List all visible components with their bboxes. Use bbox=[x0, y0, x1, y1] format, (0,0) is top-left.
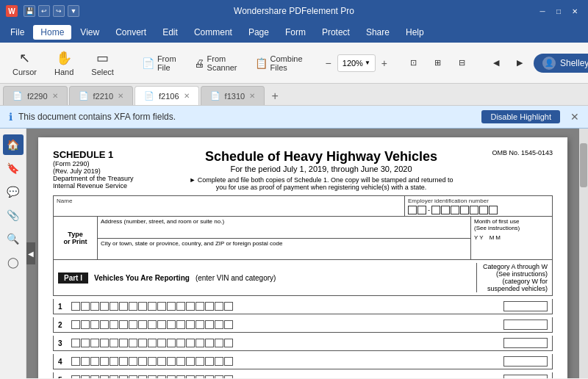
vin-box[interactable] bbox=[205, 320, 214, 329]
vin-box[interactable] bbox=[148, 339, 157, 347]
vin-box[interactable] bbox=[167, 339, 176, 347]
vin-box[interactable] bbox=[129, 339, 137, 347]
vin-box[interactable] bbox=[110, 375, 118, 378]
tab-f2106[interactable]: 📄 f2106 ✕ bbox=[135, 86, 199, 105]
add-tab-button[interactable]: + bbox=[266, 87, 284, 105]
vin-box[interactable] bbox=[129, 302, 137, 311]
vin-box[interactable] bbox=[215, 320, 223, 329]
ein-box[interactable] bbox=[417, 206, 426, 214]
combine-files-button[interactable]: 📋 Combine Files bbox=[248, 54, 309, 73]
tab-close-f1310[interactable]: ✕ bbox=[249, 92, 255, 100]
vin-box[interactable] bbox=[119, 357, 128, 366]
vin-box[interactable] bbox=[167, 375, 176, 378]
vin-box[interactable] bbox=[81, 357, 90, 366]
maximize-button[interactable]: □ bbox=[551, 4, 566, 18]
vin-box[interactable] bbox=[110, 357, 118, 366]
vin-box[interactable] bbox=[90, 375, 99, 378]
redo-button[interactable]: ↪ bbox=[53, 5, 65, 17]
scroll-thumb[interactable] bbox=[580, 143, 587, 187]
vin-box[interactable] bbox=[186, 357, 195, 366]
user-button[interactable]: 👤 Shelley bbox=[534, 54, 588, 73]
vin-box[interactable] bbox=[176, 320, 185, 329]
disable-highlight-button[interactable]: Disable Highlight bbox=[481, 110, 560, 123]
menu-page[interactable]: Page bbox=[241, 25, 276, 40]
menu-home[interactable]: Home bbox=[33, 25, 71, 40]
vin-box[interactable] bbox=[205, 302, 214, 311]
vin-box[interactable] bbox=[129, 375, 137, 378]
vin-box[interactable] bbox=[157, 375, 166, 378]
vin-box[interactable] bbox=[167, 320, 176, 329]
cat-box-1[interactable] bbox=[503, 301, 548, 311]
vin-box[interactable] bbox=[129, 357, 137, 366]
vin-box[interactable] bbox=[215, 375, 223, 378]
menu-edit[interactable]: Edit bbox=[155, 25, 185, 40]
vin-box[interactable] bbox=[224, 339, 233, 347]
vin-box[interactable] bbox=[100, 339, 109, 347]
zoom-minus-button[interactable]: − bbox=[324, 57, 333, 69]
vin-box[interactable] bbox=[148, 320, 157, 329]
ein-box[interactable] bbox=[489, 206, 498, 214]
menu-convert[interactable]: Convert bbox=[108, 25, 154, 40]
vin-box[interactable] bbox=[148, 375, 157, 378]
vin-box[interactable] bbox=[100, 357, 109, 366]
notification-close-button[interactable]: ✕ bbox=[570, 111, 579, 123]
vin-box[interactable] bbox=[176, 375, 185, 378]
menu-file[interactable]: File bbox=[3, 25, 32, 40]
vin-box[interactable] bbox=[81, 302, 90, 311]
menu-share[interactable]: Share bbox=[359, 25, 397, 40]
vin-box[interactable] bbox=[205, 339, 214, 347]
vin-box[interactable] bbox=[186, 320, 195, 329]
vin-box[interactable] bbox=[196, 302, 204, 311]
vin-box[interactable] bbox=[157, 302, 166, 311]
tab-f1310[interactable]: 📄 f1310 ✕ bbox=[201, 86, 265, 105]
minimize-button[interactable]: ─ bbox=[535, 4, 550, 18]
vin-box[interactable] bbox=[138, 302, 147, 311]
cat-box-2[interactable] bbox=[503, 320, 548, 330]
ein-box[interactable] bbox=[451, 206, 459, 214]
vin-box[interactable] bbox=[215, 339, 223, 347]
fit-page-button[interactable]: ⊡ bbox=[404, 54, 423, 73]
ein-box[interactable] bbox=[431, 206, 440, 214]
vin-box[interactable] bbox=[157, 320, 166, 329]
fit-width-button[interactable]: ⊞ bbox=[428, 54, 448, 73]
fit-height-button[interactable]: ⊟ bbox=[452, 54, 472, 73]
next-page-button[interactable]: ▶ bbox=[510, 54, 529, 73]
document-scroll-area[interactable]: SCHEDULE 1 (Form 2290) (Rev. July 2019) … bbox=[26, 129, 579, 378]
vin-box[interactable] bbox=[215, 357, 223, 366]
ein-box[interactable] bbox=[441, 206, 450, 214]
ein-box[interactable] bbox=[460, 206, 469, 214]
menu-protect[interactable]: Protect bbox=[315, 25, 357, 40]
vin-box[interactable] bbox=[148, 357, 157, 366]
undo-button[interactable]: ↩ bbox=[38, 5, 50, 17]
vin-box[interactable] bbox=[167, 302, 176, 311]
cursor-tool-button[interactable]: ↖ Cursor bbox=[6, 46, 43, 80]
vin-box[interactable] bbox=[110, 320, 118, 329]
vin-box[interactable] bbox=[81, 320, 90, 329]
vin-box[interactable] bbox=[119, 320, 128, 329]
from-file-button[interactable]: 📄 From File bbox=[135, 54, 183, 73]
vin-box[interactable] bbox=[119, 302, 128, 311]
vin-box[interactable] bbox=[71, 357, 80, 366]
sidebar-bookmark-icon[interactable]: 🔖 bbox=[3, 158, 24, 178]
hand-tool-button[interactable]: ✋ Hand bbox=[48, 46, 80, 80]
select-tool-button[interactable]: ▭ Select bbox=[85, 46, 121, 80]
vin-box[interactable] bbox=[90, 339, 99, 347]
vin-box[interactable] bbox=[71, 339, 80, 347]
scrollbar[interactable] bbox=[579, 129, 588, 378]
vin-box[interactable] bbox=[119, 339, 128, 347]
tab-close-f2290[interactable]: ✕ bbox=[52, 92, 58, 100]
sidebar-search-icon[interactable]: 🔍 bbox=[3, 228, 24, 249]
tab-close-f2210[interactable]: ✕ bbox=[118, 92, 123, 100]
zoom-plus-button[interactable]: + bbox=[380, 57, 389, 69]
vin-box[interactable] bbox=[110, 302, 118, 311]
ein-box[interactable] bbox=[470, 206, 478, 214]
vin-box[interactable] bbox=[157, 357, 166, 366]
vin-box[interactable] bbox=[90, 320, 99, 329]
cat-box-5[interactable] bbox=[503, 375, 548, 378]
vin-box[interactable] bbox=[138, 375, 147, 378]
tab-f2210[interactable]: 📄 f2210 ✕ bbox=[69, 86, 134, 105]
vin-box[interactable] bbox=[138, 320, 147, 329]
name-input-area[interactable] bbox=[57, 204, 401, 214]
vin-box[interactable] bbox=[100, 320, 109, 329]
vin-box[interactable] bbox=[90, 357, 99, 366]
